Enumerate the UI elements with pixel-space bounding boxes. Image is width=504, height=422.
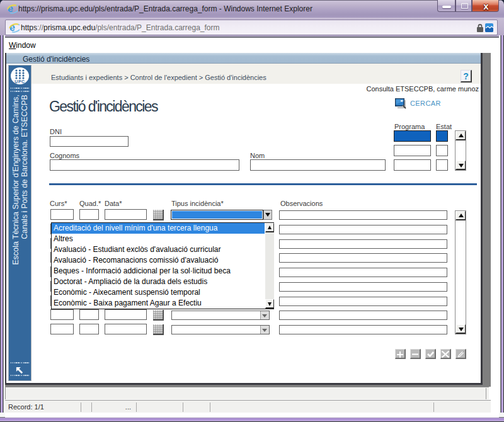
svg-text:UPC: UPC [14, 79, 25, 84]
